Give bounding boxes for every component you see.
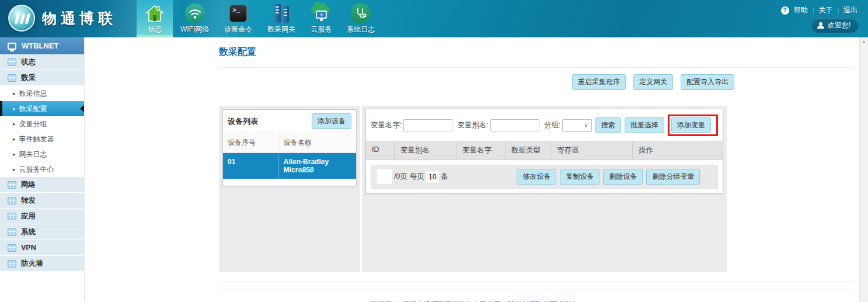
modify-device-button[interactable]: 修改设备: [517, 169, 556, 185]
sidebar-item-network[interactable]: 网络: [0, 177, 84, 193]
page-title: 数采配置: [219, 46, 853, 58]
copy-device-button[interactable]: 复制设备: [560, 169, 599, 185]
col-id: ID: [366, 141, 395, 159]
grid-icon: [8, 213, 16, 220]
group-label: 分组:: [544, 120, 560, 130]
device-row-selected[interactable]: 01 Allen-Bradley Micro850: [223, 153, 356, 179]
toolbar: 重启采集程序 定义网关 配置导入导出: [219, 74, 734, 90]
add-device-button[interactable]: 添加设备: [312, 113, 351, 129]
per-page-input[interactable]: [426, 171, 439, 183]
main-nav: 状态 WIFI网络 >_ 诊断命令: [137, 0, 382, 37]
brand-logo: 物通博联: [8, 5, 117, 32]
variable-filter-bar: 变量名字: 变量别名: 分组: ∨ 搜索 批量选择 添加变量: [366, 109, 723, 141]
main-content: 数采配置 重启采集程序 定义网关 配置导入导出 设备列表 添加设备 设备序号 设…: [219, 37, 853, 302]
caret-icon: ▸: [13, 106, 16, 112]
add-variable-button[interactable]: 添加变量: [671, 117, 711, 133]
col-alias: 变量别名: [395, 141, 456, 159]
col-name: 变量名字: [456, 141, 506, 159]
grid-icon: [8, 260, 16, 268]
red-highlight-box: 添加变量: [668, 114, 718, 136]
sidebar-item-vpn[interactable]: VPN: [0, 240, 84, 256]
device-seq-column: 设备序号: [223, 133, 279, 152]
page-number-input[interactable]: [377, 169, 392, 184]
page-suffix: /0页: [394, 172, 407, 182]
variable-panel: 变量名字: 变量别名: 分组: ∨ 搜索 批量选择 添加变量: [365, 109, 723, 194]
header-links: ? 帮助 | 关于 | 退出: [781, 5, 857, 15]
scroll-up-icon[interactable]: ▲: [862, 39, 866, 43]
caret-icon: ▸: [13, 91, 16, 96]
sidebar-item-application[interactable]: 应用: [0, 209, 84, 224]
col-operation: 操作: [633, 141, 723, 159]
monitor-icon: [8, 43, 16, 50]
grid-icon: [8, 228, 16, 236]
sidebar-item-firewall[interactable]: 防火墙: [0, 256, 84, 272]
nav-tab-diagnostics[interactable]: >_ 诊断命令: [217, 0, 260, 37]
about-link[interactable]: 关于: [818, 5, 832, 15]
pagination-strip: /0页 每页 条 修改设备 复制设备 删除设备 删除分组变量: [371, 165, 718, 189]
sidebar-item-system[interactable]: 系统: [0, 224, 84, 240]
device-panel-container: 设备列表 添加设备 设备序号 设备名称 01 Allen-Bradley Mic…: [219, 106, 360, 272]
panels-area: 设备列表 添加设备 设备序号 设备名称 01 Allen-Bradley Mic…: [219, 106, 853, 272]
unit-label: 条: [441, 172, 448, 182]
nav-tab-status[interactable]: 状态: [137, 0, 173, 37]
sidebar-subitem-gateway-log[interactable]: ▸ 网关日志: [0, 147, 84, 162]
col-datatype: 数据类型: [506, 141, 551, 159]
col-register: 寄存器: [551, 141, 633, 159]
title-divider: [219, 67, 853, 68]
vertical-scrollbar[interactable]: ▲: [859, 37, 868, 302]
caret-icon: ▸: [13, 151, 16, 157]
variable-alias-input[interactable]: [490, 119, 539, 131]
sidebar-header: WTBLNET: [0, 37, 84, 54]
variable-name-input[interactable]: [403, 119, 452, 131]
caret-icon: ▸: [13, 121, 16, 127]
device-seq-value: 01: [223, 153, 279, 179]
sidebar-item-data-acquisition[interactable]: 数采: [0, 70, 84, 86]
help-icon: ?: [781, 6, 789, 15]
sidebar-subitem-acq-config[interactable]: ▸ 数采配置: [0, 101, 84, 116]
restart-collector-button[interactable]: 重启采集程序: [572, 74, 626, 90]
delete-device-button[interactable]: 删除设备: [603, 169, 643, 185]
device-list-title: 设备列表: [228, 116, 258, 127]
logout-link[interactable]: 退出: [843, 5, 857, 15]
caret-icon: ▸: [13, 136, 16, 142]
delete-group-variable-button[interactable]: 删除分组变量: [646, 169, 700, 185]
wifi-icon: [184, 3, 205, 24]
sidebar-subitem-cloud-center[interactable]: ▸ 云服务中心: [0, 162, 84, 177]
nav-tab-wifi[interactable]: WIFI网络: [173, 0, 217, 37]
chevron-down-icon: ∨: [584, 122, 588, 129]
top-header: 物通博联 状态: [0, 0, 868, 37]
stethoscope-icon: [350, 3, 371, 24]
config-import-export-button[interactable]: 配置导入导出: [681, 74, 734, 90]
sidebar-item-status[interactable]: 状态: [0, 54, 84, 70]
sidebar-subitem-acq-info[interactable]: ▸ 数采信息: [0, 86, 84, 101]
cloud-icon: ✳: [311, 3, 332, 24]
variable-panel-container: 变量名字: 变量别名: 分组: ∨ 搜索 批量选择 添加变量: [362, 106, 727, 272]
grid-icon: [8, 74, 16, 82]
sidebar: WTBLNET 状态 数采 ▸ 数采信息 ▸ 数采配置 ▸ 变量分组 ▸ 事件触…: [0, 37, 85, 302]
nav-tab-gateway[interactable]: 数采网关: [260, 0, 303, 37]
help-link[interactable]: 帮助: [794, 5, 808, 15]
device-list-card: 设备列表 添加设备 设备序号 设备名称 01 Allen-Bradley Mic…: [222, 109, 357, 186]
home-icon: [144, 3, 165, 24]
nav-tab-syslog[interactable]: 系统日志: [339, 0, 382, 37]
sidebar-subitem-event-trigger[interactable]: ▸ 事件触发器: [0, 131, 84, 147]
search-button[interactable]: 搜索: [595, 117, 621, 133]
footer: 版权所有: 厦门物通博联网络科技有限公司 · 2011 WTBLNET.COM: [219, 300, 727, 302]
gateway-icon: [271, 3, 292, 24]
group-select[interactable]: ∨: [562, 119, 592, 132]
sidebar-subitem-variable-group[interactable]: ▸ 变量分组: [0, 116, 84, 131]
grid-icon: [8, 181, 16, 189]
device-name-column: 设备名称: [279, 133, 356, 152]
grid-icon: [8, 58, 16, 66]
nav-tab-cloud[interactable]: ✳ 云服务: [303, 0, 339, 37]
batch-select-button[interactable]: 批量选择: [625, 117, 664, 133]
define-gateway-button[interactable]: 定义网关: [633, 74, 673, 90]
terminal-icon: >_: [228, 3, 249, 24]
sidebar-item-forwarding[interactable]: 转发: [0, 193, 84, 209]
footer-divider-1: [219, 281, 853, 282]
variable-alias-label: 变量别名:: [457, 120, 488, 130]
welcome-badge[interactable]: 欢迎您!: [811, 18, 859, 33]
variable-name-label: 变量名字:: [371, 120, 402, 130]
footer-divider-2: [219, 290, 853, 290]
brand-logo-icon: [8, 5, 35, 32]
